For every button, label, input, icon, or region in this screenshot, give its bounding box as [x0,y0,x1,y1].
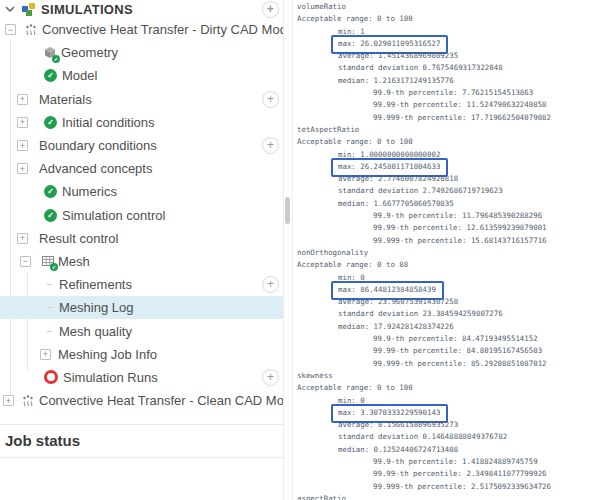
sidebar-item-meshing-job-info[interactable]: + Meshing Job Info [0,343,283,366]
sidebar-item-mesh[interactable]: − ✓ Mesh [0,250,283,273]
sidebar-item-simulation-control[interactable]: ✓ Simulation control [0,204,283,227]
sidebar-item-simulations[interactable]: SIMULATIONS + [0,0,283,18]
metric-range: Acceptable range: 0 to 100 [297,136,614,148]
expand-expander[interactable]: + [40,349,51,360]
sidebar-item-model[interactable]: ✓ Model [0,64,283,87]
tree-dash [47,307,52,308]
metric-name: aspectRatio [297,493,614,500]
add-material-button[interactable]: + [262,91,279,108]
simulations-icon [22,2,36,16]
log-section-aspectratio: aspectRatio Acceptable range: 0 to 100 [297,493,614,500]
physics-icon [24,23,38,37]
sidebar-item-label: Meshing Log [59,300,133,315]
expand-expander[interactable]: + [17,140,28,151]
metric-range: Acceptable range: 0 to 100 [297,13,614,25]
add-run-button[interactable]: + [262,369,279,386]
metric-percentile: 99.9-th percentile: 1.418824889745759 [297,456,614,468]
sidebar-item-label: Mesh [58,254,90,269]
check-badge-icon: ✓ [50,263,58,271]
metric-range: Acceptable range: 0 to 88 [297,259,614,271]
metric-percentile: 99.99-th percentile: 11.524790632240858 [297,99,614,111]
expand-expander[interactable]: + [17,163,28,174]
log-section-volumeratio: volumeRatio Acceptable range: 0 to 100 m… [297,1,614,124]
meshing-log-output: volumeRatio Acceptable range: 0 to 100 m… [292,0,614,500]
metric-stddev: standard deviation 2.7492686719719623 [297,185,614,197]
collapse-expander[interactable]: − [20,256,31,267]
metric-percentile: 99.999-th percentile: 15.68143716157716 [297,235,614,247]
check-circle-icon: ✓ [44,185,57,198]
sidebar-item-advanced-concepts[interactable]: + Advanced concepts [0,157,283,180]
metric-percentile: 99.9-th percentile: 84.47193495514152 [297,333,614,345]
sidebar-item-label: Meshing Job Info [58,347,157,362]
sidebar-item-geometry[interactable]: ✓ Geometry [0,41,283,64]
metric-average: average: 2.7746007824920818 [297,173,614,185]
check-circle-icon: ✓ [44,209,57,222]
sidebar-item-label: SIMULATIONS [41,2,133,17]
sidebar-item-label: Simulation Runs [63,370,158,385]
tree-dash [47,284,52,285]
metric-name: nonOrthogonality [297,247,614,259]
sidebar-item-label: Convective Heat Transfer - Clean CAD Mod… [39,393,283,408]
mesh-icon: ✓ [41,254,55,268]
sidebar-item-label: Advanced concepts [39,161,152,176]
add-boundary-condition-button[interactable]: + [262,137,279,154]
record-circle-icon [44,370,58,384]
metric-median: median: 17.924281428374226 [297,321,614,333]
metric-max-line: max: 3.3070333229590143 [297,407,614,419]
sidebar-item-numerics[interactable]: ✓ Numerics [0,180,283,203]
add-refinement-button[interactable]: + [262,276,279,293]
metric-stddev: standard deviation 0.7675469317322048 [297,62,614,74]
sidebar-item-meshing-log[interactable]: Meshing Log [0,296,283,319]
collapse-expander[interactable]: − [5,24,16,35]
chevron-down-icon[interactable] [5,6,15,12]
sidebar-item-label: Boundary conditions [39,138,157,153]
metric-name: volumeRatio [297,1,614,13]
metric-median: median: 0.12524406724713408 [297,444,614,456]
expand-expander[interactable]: + [17,94,28,105]
expand-expander[interactable]: + [17,117,28,128]
sidebar-item-label: Refinements [59,277,132,292]
log-section-tetaspectratio: tetAspectRatio Acceptable range: 0 to 10… [297,124,614,247]
sidebar-item-boundary-conditions[interactable]: + Boundary conditions + [0,134,283,157]
metric-average: average: 0.1566158096935273 [297,419,614,431]
sidebar-item-result-control[interactable]: + Result control [0,227,283,250]
sidebar-item-label: Result control [39,231,118,246]
sidebar-item-label: Materials [39,92,92,107]
log-section-skewness: skewness Acceptable range: 0 to 100 min:… [297,370,614,493]
sidebar-item-materials[interactable]: + Materials + [0,88,283,111]
metric-average: average: 1.4514368969809235 [297,50,614,62]
simulation-tree-panel: SIMULATIONS + − Convective Heat Transfer… [0,0,283,500]
metric-percentile: 99.999-th percentile: 2.5175092339634726 [297,481,614,493]
expand-expander[interactable]: + [17,233,28,244]
metric-stddev: standard deviation 0.14648888049376782 [297,431,614,443]
metric-percentile: 99.999-th percentile: 85.29208851087012 [297,358,614,370]
sidebar-item-label: Numerics [62,184,117,199]
metric-max-line: max: 26.029011095316527 [297,38,614,50]
sidebar-item-label: Simulation control [62,208,165,223]
sidebar-item-dirty-cad-model[interactable]: − Convective Heat Transfer - Dirty CAD M… [0,18,283,41]
geometry-cube-icon: ✓ [43,46,57,60]
sidebar-item-clean-cad-model[interactable]: + Convective Heat Transfer - Clean CAD M… [0,389,283,412]
metric-percentile: 99.999-th percentile: 17.719662504079082 [297,112,614,124]
metric-percentile: 99.99-th percentile: 12.613599239879001 [297,222,614,234]
sidebar-item-initial-conditions[interactable]: + ✓ Initial conditions [0,111,283,134]
metric-average: average: 23.960753914307258 [297,296,614,308]
sidebar-item-label: Model [62,68,97,83]
sidebar-item-label: Convective Heat Transfer - Dirty CAD Mod… [42,22,283,37]
scrollbar-thumb[interactable] [285,197,290,224]
sidebar-item-mesh-quality[interactable]: Mesh quality [0,319,283,342]
add-simulation-button[interactable]: + [262,1,279,18]
check-circle-icon: ✓ [44,116,57,129]
sidebar-item-refinements[interactable]: Refinements + [0,273,283,296]
sidebar-item-label: Mesh quality [59,324,132,339]
expand-expander[interactable]: + [3,395,14,406]
check-badge-icon: ✓ [52,55,60,63]
tree-dash [47,331,52,332]
metric-max-line: max: 86.44812384858439 [297,284,614,296]
metric-name: skewness [297,370,614,382]
metric-percentile: 99.99-th percentile: 2.3498411077799926 [297,468,614,480]
check-circle-icon: ✓ [44,69,57,82]
sidebar-item-label: Initial conditions [62,115,155,130]
job-status-header: Job status [0,424,283,458]
sidebar-item-simulation-runs[interactable]: Simulation Runs + [0,366,283,389]
